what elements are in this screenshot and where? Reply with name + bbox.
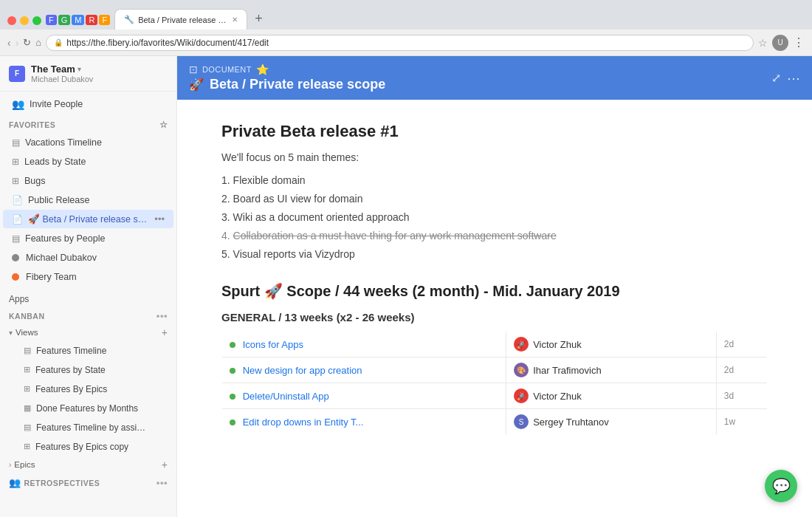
invite-label: Invite People — [30, 99, 83, 109]
ext-r[interactable]: R — [86, 15, 97, 25]
table-row: Delete/Uninstall App 🚀 Victor Zhuk 3d — [222, 383, 768, 409]
url-text: https://the.fibery.io/favorites/Wiki/doc… — [66, 38, 269, 48]
tab-close[interactable]: ✕ — [232, 16, 238, 24]
lock-icon: 🔒 — [54, 38, 63, 47]
doc-star-icon[interactable]: ⭐ — [256, 64, 269, 75]
profile-avatar[interactable]: U — [772, 35, 788, 51]
doc-header-right: ⤢ ⋯ — [771, 70, 800, 86]
team-user: Michael Dubakov — [31, 75, 93, 83]
expand-button[interactable]: ⤢ — [771, 71, 781, 85]
traffic-light-green[interactable] — [32, 16, 41, 25]
ext-g[interactable]: G — [58, 15, 71, 25]
active-tab[interactable]: 🔧 Beta / Private release scope ✕ — [114, 9, 247, 30]
browser-chrome: F G M R F 🔧 Beta / Private release scope… — [0, 0, 812, 56]
status-dot — [230, 420, 235, 425]
sidebar-toggle-button[interactable]: ⊡ — [189, 64, 198, 75]
sidebar-item-bugs[interactable]: ⊞ Bugs ••• — [3, 171, 173, 190]
chat-bubble[interactable]: 💬 — [765, 470, 797, 502]
address-bar: ‹ › ↻ ⌂ 🔒 https://the.fibery.io/favorite… — [0, 30, 812, 56]
assignee-name-4: Sergey Truhtanov — [533, 417, 609, 428]
assignee-4: S Sergey Truhtanov — [514, 414, 709, 429]
more-icon[interactable]: ••• — [156, 310, 168, 321]
ext-fibery[interactable]: F — [46, 15, 57, 25]
dots-icon[interactable]: ••• — [154, 213, 165, 225]
task-link[interactable]: Edit drop downs in Entity T... — [243, 417, 364, 428]
bugs-label: Bugs — [24, 176, 46, 186]
features-timeline-label: Features Timeline — [36, 346, 106, 356]
tab-bar: F G M R F 🔧 Beta / Private release scope… — [0, 0, 812, 30]
apps-label: Apps — [0, 291, 176, 307]
reload-button[interactable]: ↻ — [23, 37, 31, 48]
theme-list: 1. Flexible domain 2. Board as UI view f… — [221, 171, 768, 264]
invite-people-item[interactable]: 👥 Invite People — [3, 95, 173, 114]
app-layout: F The Team ▾ Michael Dubakov 👥 Invite Pe… — [0, 56, 812, 517]
duration-cell: 2d — [716, 332, 767, 357]
url-bar[interactable]: 🔒 https://the.fibery.io/favorites/Wiki/d… — [46, 35, 754, 51]
sidebar-item-done-features[interactable]: ▦ Done Features by Months ••• — [3, 399, 173, 417]
status-dot — [230, 342, 235, 348]
theme-item-4: 4. Collaboration as a must have thing fo… — [221, 227, 768, 245]
task-link[interactable]: New design for app creation — [243, 365, 362, 376]
sidebar-item-features-epics-copy[interactable]: ⊞ Features By Epics copy ••• — [3, 437, 173, 456]
avatar-orange-icon — [12, 273, 19, 281]
main-content: ⊡ DOCUMENT ⭐ 🚀 Beta / Private release sc… — [177, 56, 812, 517]
table-row: Icons for Apps 🚀 Victor Zhuk 2d — [222, 332, 768, 357]
back-button[interactable]: ‹ — [7, 37, 11, 49]
bookmark-button[interactable]: ☆ — [758, 37, 768, 49]
theme-item-2: 2. Board as UI view for domain — [221, 190, 768, 208]
sidebar-item-public-release[interactable]: 📄 Public Release ••• — [3, 191, 173, 209]
task-link[interactable]: Delete/Uninstall App — [243, 391, 329, 402]
epics-plus[interactable]: + — [162, 459, 168, 470]
task-link[interactable]: Icons for Apps — [243, 339, 303, 350]
views-header: ▾ Views + — [0, 324, 176, 340]
assignee-2: 🎨 Ihar Trafimovich — [514, 363, 709, 377]
new-tab-button[interactable]: + — [252, 11, 266, 30]
home-button[interactable]: ⌂ — [35, 37, 41, 48]
document-header: ⊡ DOCUMENT ⭐ 🚀 Beta / Private release sc… — [177, 56, 812, 100]
views-chevron[interactable]: ▾ — [9, 329, 13, 337]
team-name: The Team — [31, 64, 75, 75]
tab-favicon: 🔧 — [124, 15, 134, 24]
doc-header-left: ⊡ DOCUMENT ⭐ 🚀 Beta / Private release sc… — [189, 64, 385, 92]
invite-icon: 👥 — [12, 98, 24, 110]
views-plus[interactable]: + — [162, 326, 168, 338]
grid3-icon: ⊞ — [24, 365, 30, 374]
traffic-light-yellow[interactable] — [20, 16, 29, 25]
michael-label: Michael Dubakov — [26, 253, 97, 263]
epics-section: › Epics + — [0, 456, 176, 473]
assignee-name-2: Ihar Trafimovich — [533, 365, 601, 376]
sidebar-item-features-timeline[interactable]: ▤ Features Timeline ••• — [3, 341, 173, 360]
ext-m[interactable]: M — [72, 15, 84, 25]
sidebar-item-michael[interactable]: Michael Dubakov ••• — [3, 248, 173, 267]
theme-item-3: 3. Wiki as a document oriented approach — [221, 208, 768, 227]
sidebar-item-features-state[interactable]: ⊞ Features by State ••• — [3, 360, 173, 379]
features-timeline-assignee-label: Features Timeline by assignee... — [36, 422, 149, 433]
browser-extensions: F G M R F — [46, 15, 110, 30]
ext-f2[interactable]: F — [99, 15, 110, 25]
sidebar-item-beta-release[interactable]: 📄 🚀 Beta / Private release sc... ••• — [3, 210, 173, 228]
people-icon2: 👥 — [9, 477, 21, 488]
assignee-name-1: Victor Zhuk — [533, 339, 582, 350]
sidebar-item-leads-state[interactable]: ⊞ Leads by State ••• — [3, 152, 173, 171]
more-options-button[interactable]: ⋯ — [787, 70, 800, 86]
doc2-icon: 📄 — [12, 214, 23, 225]
team-header[interactable]: F The Team ▾ Michael Dubakov — [0, 56, 176, 92]
sidebar-item-features-people[interactable]: ▤ Features by People ••• — [3, 229, 173, 247]
traffic-light-red[interactable] — [7, 16, 16, 25]
avatar-2: 🎨 — [514, 363, 529, 377]
timeline4-icon: ▤ — [24, 422, 31, 432]
grid4-icon: ⊞ — [24, 384, 30, 394]
menu-button[interactable]: ⋮ — [793, 35, 805, 49]
sidebar-item-features-timeline-assignee[interactable]: ▤ Features Timeline by assignee... ••• — [3, 418, 173, 436]
forward-button[interactable]: › — [16, 37, 19, 49]
epics-chevron[interactable]: › — [9, 461, 11, 469]
retro-more[interactable]: ••• — [156, 477, 168, 488]
assignee-cell: 🚀 Victor Zhuk — [506, 383, 717, 409]
favorites-title: FAVORITES ☆ — [0, 114, 176, 132]
sidebar-item-vacations-timeline[interactable]: ▤ Vacations Timeline ••• — [3, 133, 173, 151]
done-features-label: Done Features by Months — [36, 403, 138, 414]
sidebar-item-fibery-team[interactable]: Fibery Team ••• — [3, 267, 173, 286]
sidebar-item-features-epics[interactable]: ⊞ Features By Epics ••• — [3, 380, 173, 398]
avatar-1: 🚀 — [514, 337, 529, 352]
features-epics-label: Features By Epics — [35, 384, 107, 394]
